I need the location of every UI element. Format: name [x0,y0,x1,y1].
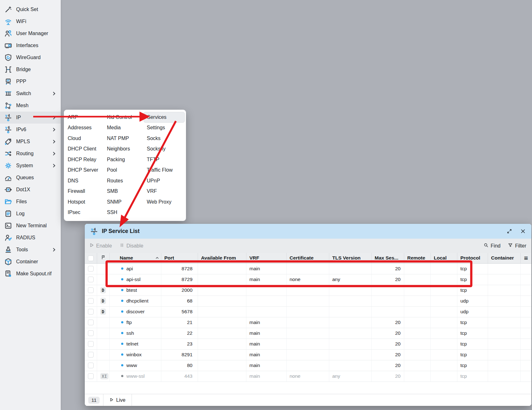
sidebar-item[interactable]: Tools [0,244,61,256]
sidebar: Quick Set WiFi User Manager Interfaces [0,0,61,410]
menu-item[interactable]: Firewall [65,186,104,197]
menu-item[interactable]: Cloud [65,133,104,144]
sidebar-item[interactable]: User Manager [0,28,61,40]
row-checkbox[interactable] [88,352,94,358]
menu-item[interactable]: Socksify [144,144,185,155]
live-button[interactable]: Live [103,394,132,406]
sidebar-item[interactable]: New Terminal [0,220,61,232]
find-button[interactable]: Find [484,243,500,249]
row-checkbox[interactable] [88,320,94,325]
row-checkbox[interactable] [88,277,94,282]
column-header-container[interactable]: Container [488,253,520,263]
menu-item[interactable]: SMB [104,186,144,197]
menu-item[interactable]: DNS [65,175,104,186]
menu-item[interactable]: Hotspot [65,197,104,207]
sidebar-item[interactable]: Bridge [0,64,61,76]
menu-item[interactable]: Services [144,112,185,123]
column-header-available-from[interactable]: Available From [198,253,246,263]
menu-item[interactable]: DHCP Client [65,144,104,155]
sidebar-item[interactable]: Container [0,256,61,268]
row-checkbox[interactable] [88,287,94,293]
menu-item[interactable]: Neighbors [104,144,144,155]
sidebar-item[interactable]: Switch [0,88,61,100]
sidebar-item[interactable]: Make Supout.rif [0,268,61,280]
sidebar-item[interactable]: System [0,160,61,172]
menu-item[interactable]: UPnP [144,175,185,186]
menu-item[interactable]: Settings [144,123,185,133]
disable-button[interactable]: Disable [120,243,143,249]
expand-icon[interactable] [507,229,512,234]
menu-item-label: SNMP [107,199,121,205]
row-checkbox[interactable] [88,298,94,304]
column-header-max-sessions[interactable]: Max Ses... [371,253,404,263]
menu-item[interactable]: NAT PMP [104,133,144,144]
row-checkbox[interactable] [88,373,94,379]
column-header-protocol[interactable]: Protocol [457,253,488,263]
menu-item[interactable]: DHCP Server [65,165,104,176]
menu-item[interactable]: TFTP [144,154,185,165]
service-row[interactable]: D discover 5678 udp [85,306,531,317]
service-row[interactable]: telnet 23 main 20 tcp [85,339,531,349]
column-header-name[interactable]: Name [109,253,161,263]
menu-item[interactable]: ARP [65,112,104,123]
sidebar-item[interactable]: Routing [0,148,61,160]
sidebar-item[interactable]: RADIUS [0,232,61,244]
menu-item[interactable]: Media [104,123,144,133]
enable-button[interactable]: Enable [89,243,112,249]
service-row[interactable]: XI www-ssl 443 main none any 20 tcp [85,371,531,382]
row-checkbox[interactable] [88,266,94,272]
service-row[interactable]: winbox 8291 main 20 tcp [85,349,531,360]
service-row[interactable]: ssh 22 main 20 tcp [85,328,531,339]
sidebar-item[interactable]: Interfaces [0,40,61,52]
sidebar-item[interactable]: Dot1X [0,184,61,196]
menu-item[interactable]: Kid Control [104,112,144,123]
service-row[interactable]: ftp 21 main 20 tcp [85,317,531,328]
sidebar-item[interactable]: Queues [0,172,61,184]
menu-item[interactable]: Socks [144,133,185,144]
service-certificate [286,339,329,349]
row-checkbox[interactable] [88,309,94,315]
window-titlebar[interactable]: v4 IP Service List [85,224,531,239]
menu-item-label: SMB [107,188,118,194]
row-checkbox[interactable] [88,363,94,368]
column-header-port[interactable]: Port [161,253,198,263]
menu-item[interactable]: SSH [104,207,144,218]
column-menu-icon[interactable]: ≡ [524,255,528,261]
menu-item[interactable]: Addresses [65,123,104,133]
menu-item[interactable]: Web Proxy [144,197,185,207]
sidebar-item[interactable]: v4 IP [0,112,61,124]
sidebar-item[interactable]: WiFi [0,15,61,28]
filter-button[interactable]: Filter [508,243,526,249]
row-checkbox[interactable] [88,330,94,336]
queues-icon [4,174,12,182]
column-header-tls-version[interactable]: TLS Version [329,253,371,263]
service-row[interactable]: D dhcpclient 68 udp [85,296,531,306]
service-row[interactable]: www 80 main 20 tcp [85,360,531,371]
row-checkbox[interactable] [88,341,94,347]
sidebar-item[interactable]: Files [0,196,61,208]
sidebar-item[interactable]: PPP [0,76,61,88]
close-icon[interactable] [520,229,526,234]
sidebar-item[interactable]: MPLS [0,136,61,148]
menu-item[interactable]: Pool [104,165,144,176]
menu-item[interactable]: DHCP Relay [65,154,104,165]
sidebar-item[interactable]: Log [0,208,61,220]
service-row[interactable]: api 8728 main 20 tcp [85,263,531,274]
service-row[interactable]: api-ssl 8729 main none any 20 tcp [85,274,531,285]
column-header-vrf[interactable]: VRF [246,253,286,263]
column-header-certificate[interactable]: Certificate [286,253,329,263]
menu-item[interactable]: IPsec [65,207,104,218]
sidebar-item[interactable]: v6 IPv6 [0,124,61,136]
column-header-remote[interactable]: Remote [404,253,430,263]
sidebar-item[interactable]: Quick Set [0,3,61,15]
menu-item[interactable]: Traffic Flow [144,165,185,176]
menu-item[interactable]: SNMP [104,197,144,207]
select-all-checkbox[interactable] [88,255,94,261]
service-row[interactable]: D btest 2000 tcp [85,285,531,296]
menu-item[interactable]: Packing [104,154,144,165]
menu-item[interactable]: Routes [104,175,144,186]
column-header-local[interactable]: Local [430,253,457,263]
sidebar-item[interactable]: Mesh [0,100,61,112]
sidebar-item[interactable]: WireGuard [0,52,61,64]
menu-item[interactable]: VRF [144,186,185,197]
